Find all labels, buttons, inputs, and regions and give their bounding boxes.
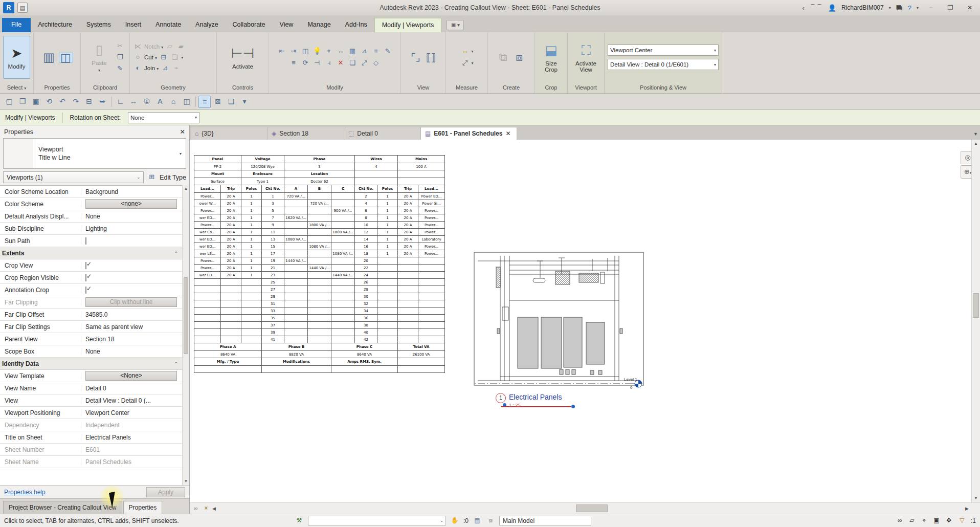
- property-checkbox[interactable]: [85, 274, 86, 281]
- notch-dropdown[interactable]: Notch ▾: [144, 43, 163, 50]
- type-selector-caret-icon[interactable]: ▾: [180, 151, 182, 156]
- mirror-pick-icon[interactable]: ◫: [301, 47, 310, 56]
- copy-to-clipboard-icon[interactable]: ❐: [115, 53, 125, 62]
- view-tab-list-caret-icon[interactable]: ▼: [973, 131, 978, 137]
- properties-scrollbar-thumb[interactable]: [184, 277, 188, 354]
- ribbon-tab-manage[interactable]: Manage: [300, 18, 338, 32]
- callout-bubble[interactable]: 1: [496, 393, 506, 403]
- undo-icon[interactable]: ↶: [56, 96, 69, 108]
- back-arrow-icon[interactable]: ‹: [802, 4, 804, 12]
- solid-icon[interactable]: ❏: [170, 53, 180, 62]
- viewport-frame-icon[interactable]: ⟦⟧: [425, 53, 438, 62]
- close-button[interactable]: ✕: [963, 4, 977, 11]
- element-filter-combo[interactable]: Viewports (1)⌄: [3, 171, 144, 183]
- ribbon-options-icon[interactable]: ▣ ▾: [447, 20, 464, 30]
- property-value[interactable]: None: [81, 213, 182, 220]
- sheet-view[interactable]: PanelVoltagePhaseWiresMainsPP-2120/208 W…: [190, 140, 980, 502]
- edit-type-button[interactable]: Edit Type: [160, 174, 186, 181]
- property-value[interactable]: Viewport Center: [81, 409, 182, 416]
- group-label-select[interactable]: Select ▾: [0, 82, 33, 93]
- print-icon[interactable]: ⊟: [83, 96, 95, 108]
- group-label-geometry[interactable]: Geometry: [130, 82, 216, 93]
- ribbon-tab-insert[interactable]: Insert: [118, 18, 148, 32]
- scale-icon[interactable]: ⊿: [360, 47, 369, 56]
- paint-icon[interactable]: ✎: [383, 47, 393, 56]
- activate-controls-button[interactable]: ⊢⊣ Activate: [229, 36, 257, 79]
- pin-icon[interactable]: ⌖: [324, 47, 334, 56]
- scroll-down-arrow-icon[interactable]: ▼: [972, 494, 980, 502]
- sync-with-central-icon[interactable]: ⟲: [43, 96, 55, 108]
- property-value-button[interactable]: <None>: [85, 371, 177, 381]
- scroll-down-icon[interactable]: ▼: [183, 478, 189, 485]
- trim-icon[interactable]: ⊣: [313, 58, 322, 68]
- default-3d-view-icon[interactable]: ⌂: [167, 96, 180, 108]
- view-tab-e601-panel-schedules[interactable]: ▤E601 - Panel Schedules✕: [421, 127, 517, 140]
- ribbon-tab-analyze[interactable]: Analyze: [188, 18, 225, 32]
- detail-group-icon[interactable]: ⧈: [513, 53, 527, 62]
- viewport-positioning-combo[interactable]: Viewport Center▾: [608, 45, 719, 56]
- type-selector[interactable]: Viewport Title w Line ▾: [3, 138, 186, 169]
- export-pdf-icon[interactable]: ➥: [96, 96, 108, 108]
- vertical-scrollbar-thumb[interactable]: [973, 293, 979, 318]
- group-label-properties[interactable]: Properties: [34, 82, 80, 93]
- select-pinned-icon[interactable]: ⌖: [920, 516, 929, 525]
- align-icon[interactable]: ⇤: [277, 47, 287, 56]
- modify-button[interactable]: ➤ Modify: [3, 36, 30, 79]
- detail-viewport[interactable]: Level 1 0: [474, 252, 644, 391]
- join-dropdown[interactable]: Join ▾: [144, 65, 159, 71]
- property-value[interactable]: E601: [81, 446, 182, 453]
- scroll-right-arrow-icon[interactable]: ▶: [965, 506, 969, 511]
- select-underlay-icon[interactable]: ▱: [907, 516, 917, 525]
- group-label-clipboard[interactable]: Clipboard: [81, 82, 129, 93]
- property-value[interactable]: None: [81, 348, 182, 355]
- property-value[interactable]: [81, 287, 182, 294]
- close-hidden-windows-icon[interactable]: ⊠: [212, 96, 224, 108]
- group-label-positioning-view[interactable]: Positioning & View: [605, 82, 722, 93]
- property-value[interactable]: Panel Schedules: [81, 458, 182, 466]
- text-icon[interactable]: A: [154, 96, 166, 108]
- property-value[interactable]: Clip without line: [81, 297, 182, 307]
- match-type-icon[interactable]: ✎: [115, 64, 125, 74]
- demolish-icon[interactable]: ⊟: [159, 53, 168, 62]
- redo-icon[interactable]: ↷: [70, 96, 82, 108]
- cart-icon[interactable]: ⛟: [896, 4, 903, 12]
- measure-strip-icon[interactable]: ↔: [336, 47, 346, 56]
- dimension-icon[interactable]: ⤢: [360, 58, 369, 68]
- property-value[interactable]: Lighting: [81, 225, 182, 232]
- property-value-button[interactable]: Clip without line: [85, 297, 177, 307]
- cut-to-clipboard-icon[interactable]: ✂: [115, 41, 125, 51]
- properties-scrollbar[interactable]: ▲ ▼: [182, 185, 189, 485]
- unjoin-icon[interactable]: ⌁: [171, 63, 181, 73]
- array-icon[interactable]: ▦: [348, 47, 358, 56]
- property-value[interactable]: Detail 0: [81, 385, 182, 392]
- drag-on-selection-icon[interactable]: ✥: [944, 516, 953, 525]
- vertical-scrollbar[interactable]: ▲ ▼: [971, 140, 980, 502]
- properties-close-icon[interactable]: ✕: [180, 128, 185, 136]
- ribbon-tab-systems[interactable]: Systems: [79, 18, 118, 32]
- beam-join-icon[interactable]: ▰: [176, 42, 186, 52]
- viewport-title[interactable]: 1 Electrical Panels 1 : 25: [496, 393, 649, 403]
- view-tab--3d-[interactable]: ⌂{3D}: [191, 127, 268, 140]
- property-value[interactable]: <None>: [81, 371, 182, 381]
- worksharing-status-icon[interactable]: ∞: [192, 504, 200, 513]
- group-label-viewport[interactable]: Viewport: [568, 82, 604, 93]
- delete-icon[interactable]: ✕: [336, 58, 346, 68]
- measure-ruler-icon[interactable]: ↔: [460, 47, 470, 56]
- thin-lines-icon[interactable]: ≡: [198, 96, 211, 108]
- group-label-controls[interactable]: Controls: [217, 82, 269, 93]
- join-geometry-icon[interactable]: ◐: [133, 63, 143, 73]
- unpin-icon[interactable]: ⌗: [371, 47, 381, 56]
- panel-schedule-table[interactable]: PanelVoltagePhaseWiresMainsPP-2120/208 W…: [194, 155, 445, 373]
- ribbon-tab-add-ins[interactable]: Add-Ins: [338, 18, 374, 32]
- scroll-up-arrow-icon[interactable]: ▲: [972, 140, 980, 148]
- view-tab-section-18[interactable]: ◈Section 18: [268, 127, 344, 140]
- properties-help-link[interactable]: Properties help: [4, 489, 46, 496]
- reveal-hidden-elements-icon[interactable]: ☀: [202, 504, 210, 513]
- size-crop-button[interactable]: ⬓ SizeCrop: [538, 36, 564, 79]
- username[interactable]: RichardBIM007: [841, 4, 884, 11]
- apply-button[interactable]: Apply: [146, 487, 185, 497]
- aligned-dimension-icon[interactable]: ↔: [127, 96, 140, 108]
- user-menu-caret-icon[interactable]: ▾: [889, 6, 891, 10]
- property-value[interactable]: Electrical Panels: [81, 434, 182, 441]
- property-section-extents[interactable]: Extents⌃: [0, 247, 182, 259]
